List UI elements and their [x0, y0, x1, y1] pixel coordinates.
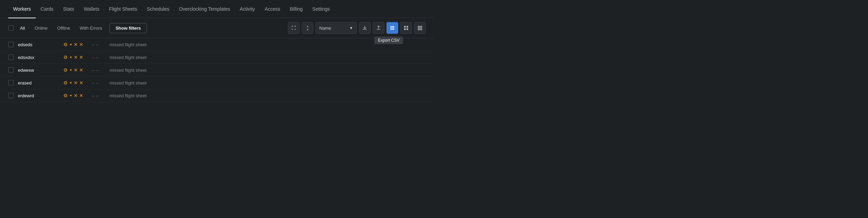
- worker-flight-status: missed flight sheet: [110, 80, 147, 86]
- tab-offline[interactable]: Offline: [54, 24, 73, 32]
- table-row: edwesw ⚙ ✦ ✕ ✕ -- -- missed flight sheet: [0, 64, 434, 77]
- gpu-icon: ⚙: [63, 80, 68, 86]
- wrench-x-icon: ✕: [79, 80, 83, 86]
- row-checkbox[interactable]: [8, 54, 14, 60]
- svg-rect-5: [404, 28, 406, 30]
- worker-flight-status: missed flight sheet: [110, 55, 147, 60]
- row-checkbox[interactable]: [8, 80, 14, 86]
- show-filters-button[interactable]: Show filters: [110, 23, 147, 33]
- nav-item-billing[interactable]: Billing: [285, 0, 307, 18]
- worker-status-icons: ⚙ ✦ ✕ ✕: [63, 42, 87, 47]
- worker-dashes: -- --: [92, 42, 105, 47]
- svg-rect-7: [418, 26, 419, 27]
- nav-item-activity[interactable]: Activity: [235, 0, 260, 18]
- svg-rect-2: [390, 29, 394, 30]
- gpu-icon: ⚙: [63, 54, 68, 60]
- row-checkbox[interactable]: [8, 67, 14, 73]
- icon-separator: ✦: [69, 93, 72, 98]
- wrench-x-icon: ✕: [79, 93, 83, 98]
- wrench-icon: ✕: [74, 80, 78, 86]
- svg-rect-0: [390, 26, 394, 27]
- row-checkbox[interactable]: [8, 42, 14, 47]
- worker-name[interactable]: edwesw: [18, 68, 59, 73]
- worker-flight-status: missed flight sheet: [110, 68, 147, 73]
- worker-name[interactable]: erased: [18, 80, 59, 86]
- import-button[interactable]: [359, 22, 371, 34]
- tab-online[interactable]: Online: [31, 24, 51, 32]
- table-row: erased ⚙ ✦ ✕ ✕ -- -- missed flight sheet: [0, 77, 434, 89]
- svg-rect-9: [421, 26, 422, 27]
- svg-rect-11: [420, 28, 421, 29]
- svg-rect-12: [421, 28, 422, 29]
- gpu-icon: ⚙: [63, 42, 68, 47]
- filter-bar-right: ▲ ▼ Name ▼: [288, 22, 426, 34]
- icon-separator: ✦: [69, 68, 72, 72]
- filter-bar: All Online Offline With Errors Show filt…: [0, 18, 434, 38]
- worker-name[interactable]: edseds: [18, 42, 59, 47]
- worker-table: edseds ⚙ ✦ ✕ ✕ -- -- missed flight sheet…: [0, 38, 434, 102]
- icon-separator: ✦: [69, 55, 72, 60]
- worker-status-icons: ⚙ ✦ ✕ ✕: [63, 54, 87, 60]
- worker-status-icons: ⚙ ✦ ✕ ✕: [63, 93, 87, 98]
- nav-item-settings[interactable]: Settings: [308, 0, 335, 18]
- wrench-x-icon: ✕: [79, 54, 83, 60]
- svg-rect-8: [420, 26, 421, 27]
- view-grid-button[interactable]: [414, 22, 426, 34]
- nav-item-wallets[interactable]: Wallets: [79, 0, 104, 18]
- wrench-x-icon: ✕: [79, 67, 83, 73]
- wrench-x-icon: ✕: [79, 42, 83, 47]
- sort-direction-button[interactable]: ▲ ▼: [302, 22, 313, 34]
- nav-item-schedules[interactable]: Schedules: [142, 0, 174, 18]
- chevron-down-icon: ▼: [349, 26, 353, 30]
- expand-button[interactable]: [288, 22, 300, 34]
- worker-dashes: -- --: [92, 80, 105, 86]
- worker-dashes: -- --: [92, 68, 105, 73]
- table-row: erdewrd ⚙ ✦ ✕ ✕ -- -- missed flight shee…: [0, 89, 434, 102]
- worker-flight-status: missed flight sheet: [110, 93, 147, 98]
- tab-all[interactable]: All: [17, 24, 28, 32]
- icon-separator: ✦: [69, 42, 72, 47]
- worker-status-icons: ⚙ ✦ ✕ ✕: [63, 67, 87, 73]
- svg-rect-15: [421, 29, 422, 30]
- tab-with-errors[interactable]: With Errors: [76, 24, 105, 32]
- worker-name[interactable]: edsxdsx: [18, 55, 59, 60]
- wrench-icon: ✕: [74, 54, 78, 60]
- svg-rect-1: [390, 28, 394, 28]
- svg-rect-10: [418, 28, 419, 29]
- view-list-button[interactable]: [386, 22, 398, 34]
- wrench-icon: ✕: [74, 42, 78, 47]
- worker-flight-status: missed flight sheet: [110, 42, 147, 47]
- nav-item-flight-sheets[interactable]: Flight Sheets: [104, 0, 142, 18]
- sort-arrows-icon: ▲ ▼: [306, 25, 309, 31]
- nav-item-workers[interactable]: Workers: [8, 0, 36, 18]
- select-all-checkbox[interactable]: [8, 25, 14, 31]
- filter-bar-left: All Online Offline With Errors Show filt…: [8, 23, 285, 33]
- svg-rect-3: [404, 26, 406, 28]
- icon-separator: ✦: [69, 81, 72, 85]
- nav-item-access[interactable]: Access: [260, 0, 285, 18]
- gpu-icon: ⚙: [63, 67, 68, 73]
- row-checkbox[interactable]: [8, 93, 14, 98]
- svg-rect-14: [420, 29, 421, 30]
- top-nav: Workers Cards Stats Wallets Flight Sheet…: [0, 0, 434, 18]
- gpu-icon: ⚙: [63, 93, 68, 98]
- nav-item-stats[interactable]: Stats: [58, 0, 79, 18]
- wrench-icon: ✕: [74, 93, 78, 98]
- wrench-icon: ✕: [74, 67, 78, 73]
- svg-rect-4: [406, 26, 408, 28]
- table-row: edsxdsx ⚙ ✦ ✕ ✕ -- -- missed flight shee…: [0, 51, 434, 64]
- worker-dashes: -- --: [92, 55, 105, 60]
- sort-label: Name: [319, 26, 331, 31]
- svg-rect-13: [418, 29, 419, 30]
- svg-rect-6: [406, 28, 408, 30]
- worker-status-icons: ⚙ ✦ ✕ ✕: [63, 80, 87, 86]
- table-row: edseds ⚙ ✦ ✕ ✕ -- -- missed flight sheet: [0, 38, 434, 51]
- nav-item-overclocking-templates[interactable]: Overclocking Templates: [174, 0, 235, 18]
- view-compact-button[interactable]: [400, 22, 412, 34]
- worker-dashes: -- --: [92, 93, 105, 98]
- sort-select[interactable]: Name ▼: [316, 22, 357, 34]
- export-button[interactable]: [373, 22, 384, 34]
- nav-item-cards[interactable]: Cards: [36, 0, 58, 18]
- worker-name[interactable]: erdewrd: [18, 93, 59, 98]
